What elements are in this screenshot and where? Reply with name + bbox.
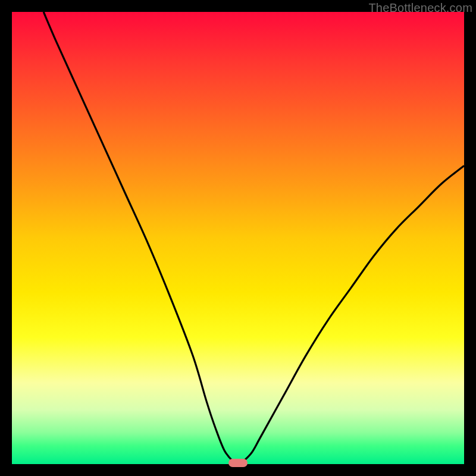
plot-area	[12, 12, 464, 464]
chart-frame: TheBottleneck.com	[0, 0, 476, 476]
bottleneck-curve	[12, 12, 464, 464]
curve-path	[43, 12, 464, 464]
optimal-point-marker	[228, 459, 248, 467]
watermark-text: TheBottleneck.com	[368, 1, 472, 15]
